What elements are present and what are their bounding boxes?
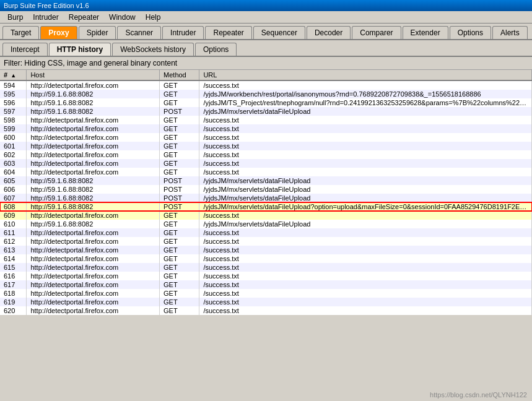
col-header-url[interactable]: URL (199, 70, 532, 80)
tab-comparer[interactable]: Comparer (352, 26, 401, 39)
cell-num: 600 (0, 133, 27, 142)
cell-num: 603 (0, 159, 27, 168)
cell-num: 606 (0, 185, 27, 194)
table-row[interactable]: 607http://59.1.6.88:8082POST/yjdsJM/mx/s… (0, 194, 532, 202)
cell-num: 594 (0, 80, 27, 90)
cell-url: /success.txt (199, 211, 532, 220)
table-row[interactable]: 619http://detectportal.firefox.comGET/su… (0, 298, 532, 306)
col-header-method[interactable]: Method (160, 70, 199, 80)
menu-intruder[interactable]: Intruder (28, 12, 63, 23)
tab-extender[interactable]: Extender (403, 26, 448, 39)
cell-host: http://detectportal.firefox.com (27, 168, 160, 176)
cell-host: http://59.1.6.88:8082 (27, 220, 160, 228)
cell-url: /yjdsJM/mx/servlets/dataFileUpload (199, 220, 532, 228)
cell-method: GET (160, 263, 199, 272)
tab-decoder[interactable]: Decoder (307, 26, 351, 39)
subtab-websockets-history[interactable]: WebSockets history (112, 43, 194, 56)
cell-url: /success.txt (199, 142, 532, 150)
cell-url: /yjdsJM/mx/servlets/dataFileUpload (199, 194, 532, 202)
table-row[interactable]: 609http://detectportal.firefox.comGET/su… (0, 211, 532, 220)
table-row[interactable]: 615http://detectportal.firefox.comGET/su… (0, 263, 532, 272)
col-header-host[interactable]: Host (27, 70, 160, 80)
menu-repeater[interactable]: Repeater (64, 12, 104, 23)
table-row[interactable]: 605http://59.1.6.88:8082POST/yjdsJM/mx/s… (0, 176, 532, 185)
cell-url: /success.txt (199, 254, 532, 263)
table-row[interactable]: 598http://detectportal.firefox.comGET/su… (0, 116, 532, 124)
tab-target[interactable]: Target (2, 26, 39, 39)
table-row[interactable]: 604http://detectportal.firefox.comGET/su… (0, 168, 532, 176)
cell-num: 610 (0, 220, 27, 228)
cell-num: 605 (0, 176, 27, 185)
menu-bar: Burp Intruder Repeater Window Help (0, 11, 532, 24)
cell-host: http://59.1.6.88:8082 (27, 176, 160, 185)
cell-host: http://detectportal.firefox.com (27, 298, 160, 306)
cell-method: GET (160, 133, 199, 142)
table-row[interactable]: 596http://59.1.6.88:8082GET/yjdsJM/TS_Pr… (0, 98, 532, 107)
table-row[interactable]: 594http://detectportal.firefox.comGET/su… (0, 80, 532, 90)
table-row[interactable]: 613http://detectportal.firefox.comGET/su… (0, 246, 532, 254)
table-row[interactable]: 599http://detectportal.firefox.comGET/su… (0, 124, 532, 133)
tab-alerts[interactable]: Alerts (492, 26, 528, 39)
tab-proxy[interactable]: Proxy (40, 26, 77, 39)
table-row[interactable]: 595http://59.1.6.88:8082GET/yjdsJM/workb… (0, 90, 532, 98)
table-row[interactable]: 606http://59.1.6.88:8082POST/yjdsJM/mx/s… (0, 185, 532, 194)
table-row[interactable]: 601http://detectportal.firefox.comGET/su… (0, 142, 532, 150)
table-row[interactable]: 612http://detectportal.firefox.comGET/su… (0, 237, 532, 246)
cell-method: GET (160, 150, 199, 159)
cell-method: GET (160, 98, 199, 107)
cell-method: GET (160, 142, 199, 150)
cell-host: http://detectportal.firefox.com (27, 133, 160, 142)
subtab-options[interactable]: Options (195, 43, 237, 56)
table-row[interactable]: 608http://59.1.6.88:8082POST/yjdsJM/mx/s… (0, 202, 532, 211)
table-row[interactable]: 611http://detectportal.firefox.comGET/su… (0, 228, 532, 237)
cell-host: http://59.1.6.88:8082 (27, 185, 160, 194)
cell-url: /yjdsJM/workbench/rest/portal/isanonymou… (199, 90, 532, 98)
cell-url: /success.txt (199, 159, 532, 168)
cell-num: 619 (0, 298, 27, 306)
table-row[interactable]: 620http://detectportal.firefox.comGET/su… (0, 306, 532, 315)
table-row[interactable]: 614http://detectportal.firefox.comGET/su… (0, 254, 532, 263)
subtab-http-history[interactable]: HTTP history (49, 43, 111, 56)
cell-method: GET (160, 280, 199, 289)
table-row[interactable]: 600http://detectportal.firefox.comGET/su… (0, 133, 532, 142)
cell-method: GET (160, 220, 199, 228)
tab-sequencer[interactable]: Sequencer (253, 26, 305, 39)
table-row[interactable]: 618http://detectportal.firefox.comGET/su… (0, 289, 532, 298)
cell-num: 612 (0, 237, 27, 246)
cell-method: GET (160, 168, 199, 176)
subtab-intercept[interactable]: Intercept (2, 43, 48, 56)
table-row[interactable]: 617http://detectportal.firefox.comGET/su… (0, 280, 532, 289)
cell-method: GET (160, 306, 199, 315)
table-row[interactable]: 610http://59.1.6.88:8082GET/yjdsJM/mx/se… (0, 220, 532, 228)
table-row[interactable]: 603http://detectportal.firefox.comGET/su… (0, 159, 532, 168)
cell-method: POST (160, 202, 199, 211)
menu-window[interactable]: Window (104, 12, 141, 23)
tab-scanner[interactable]: Scanner (117, 26, 161, 39)
cell-method: POST (160, 185, 199, 194)
menu-burp[interactable]: Burp (2, 12, 28, 23)
table-body: 594http://detectportal.firefox.comGET/su… (0, 80, 532, 315)
tab-repeater[interactable]: Repeater (205, 26, 251, 39)
menu-help[interactable]: Help (141, 12, 166, 23)
cell-url: /success.txt (199, 272, 532, 280)
cell-url: /success.txt (199, 168, 532, 176)
cell-url: /success.txt (199, 280, 532, 289)
filter-bar[interactable]: Filter: Hiding CSS, image and general bi… (0, 57, 532, 70)
nav-tabs: Target Proxy Spider Scanner Intruder Rep… (0, 24, 532, 40)
cell-num: 615 (0, 263, 27, 272)
table-container[interactable]: # ▲ Host Method URL 594http://detectport… (0, 70, 532, 375)
cell-url: /success.txt (199, 116, 532, 124)
cell-url: /yjdsJM/TS_Project/rest/tnephogram/null?… (199, 98, 532, 107)
filter-text: Hiding CSS, image and general binary con… (24, 59, 177, 67)
cell-num: 597 (0, 107, 27, 116)
cell-url: /success.txt (199, 124, 532, 133)
cell-num: 601 (0, 142, 27, 150)
tab-options[interactable]: Options (450, 26, 491, 39)
tab-intruder[interactable]: Intruder (162, 26, 204, 39)
table-row[interactable]: 602http://detectportal.firefox.comGET/su… (0, 150, 532, 159)
tab-spider[interactable]: Spider (79, 26, 116, 39)
cell-method: GET (160, 116, 199, 124)
col-header-num[interactable]: # ▲ (0, 70, 27, 80)
table-row[interactable]: 597http://59.1.6.88:8082POST/yjdsJM/mx/s… (0, 107, 532, 116)
table-row[interactable]: 616http://detectportal.firefox.comGET/su… (0, 272, 532, 280)
